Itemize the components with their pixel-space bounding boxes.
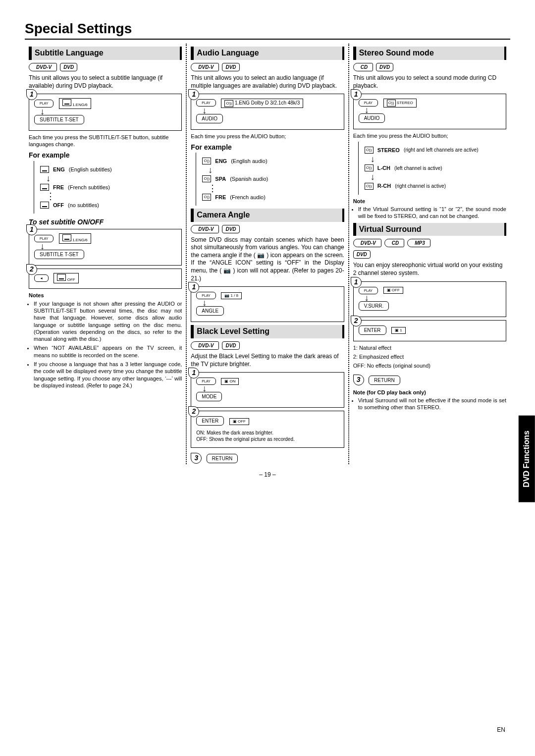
- modes-flow: O))STEREO(right and left channels are ac…: [358, 142, 506, 195]
- badge-cd: CD: [384, 239, 404, 247]
- example-spa: O))SPA(Spanish audio): [202, 175, 344, 182]
- example-eng: O))ENG(English audio): [202, 158, 344, 164]
- subtitle-button: SUBTITLE T-SET: [34, 250, 84, 259]
- arrow-down-icon: ↓: [365, 295, 501, 300]
- enter-button: ENTER: [359, 325, 386, 335]
- vs-text: You can enjoy stereophonic virtual world…: [353, 262, 506, 277]
- diagram-bl-2: 2 ENTER ▣ OFF ON: Makes the dark areas b…: [191, 411, 344, 448]
- return-button: RETURN: [207, 454, 238, 463]
- step-1-icon: 1: [351, 89, 362, 100]
- for-example-head: For example: [29, 151, 182, 160]
- step-1-icon: 1: [188, 89, 199, 100]
- subtitle-button: SUBTITLE T-SET: [34, 115, 84, 124]
- arrow-down-icon: ↓: [208, 167, 344, 172]
- audio-button: AUDIO: [359, 113, 385, 123]
- audio-icon: O)): [202, 158, 211, 164]
- intro-subtitle: This unit allows you to select a subtitl…: [29, 74, 182, 90]
- onoff-head: To set subtitle ON/OFF: [29, 217, 182, 226]
- arrow-down-icon: ↓: [202, 300, 338, 305]
- badge-dvdv: DVD-V: [191, 63, 219, 71]
- return-button: RETURN: [369, 376, 400, 385]
- arrow-down-icon: ⋮: [208, 186, 344, 191]
- audio-icon: O)): [365, 183, 374, 190]
- note-item: If the Virtual Surround setting is “1” o…: [358, 206, 506, 220]
- audio-icon: O)): [202, 194, 211, 201]
- stereo-note: If the Virtual Surround setting is “1” o…: [353, 206, 506, 220]
- badge-dvd: DVD: [222, 63, 239, 71]
- arrow-down-icon: ↓: [371, 174, 506, 179]
- caption-stereo: Each time you press the AUDIO button;: [353, 132, 506, 139]
- diagram-vs-1: 1 PLAY ▣ OFF ↓ V.SURR.: [353, 281, 506, 317]
- heading-subtitle-language: Subtitle Language: [29, 47, 182, 60]
- side-tab-dvd-functions: DVD Functions: [519, 416, 535, 499]
- badge-dvdv: DVD-V: [191, 225, 219, 233]
- badge-dvd: DVD: [376, 63, 393, 71]
- diagram-onoff-1: 1 PLAY 1.ENG/6 ↓ SUBTITLE T-SET: [29, 229, 182, 266]
- arrow-down-icon: ↓: [40, 244, 176, 249]
- diagram-angle-1: 1 PLAY 📷 1 / 8 ↓ ANGLE: [191, 286, 344, 322]
- badge-dvdv: DVD-V: [353, 239, 381, 247]
- badge-dvd: DVD: [222, 225, 239, 233]
- col-subtitle: Subtitle Language DVD-V DVD This unit al…: [25, 44, 186, 464]
- badge-dvd: DVD: [222, 341, 239, 350]
- note-item: When “NOT AVAILABLE” appears on the TV s…: [34, 344, 182, 359]
- mode-rch: O))R-CH(right channel is active): [365, 182, 506, 189]
- note-item: Virtual Surround will not be effective i…: [358, 397, 506, 411]
- arrow-down-icon: ⋮: [46, 194, 182, 199]
- page-number: – 19 –: [25, 471, 510, 479]
- badge-dvd: DVD: [353, 250, 371, 259]
- for-example-head: For example: [191, 143, 344, 152]
- note-item: If you choose a language that has a 3 le…: [34, 361, 182, 389]
- diagram-subtitle-1: 1 PLAY 1.ENG/6 ↓ SUBTITLE T-SET: [29, 94, 182, 130]
- arrow-down-icon: ↓: [46, 176, 182, 181]
- angle-button: ANGLE: [196, 306, 224, 316]
- osd-display: 📷 1 / 8: [221, 292, 242, 299]
- bl-on-text: ON: Makes the dark areas brighter.: [196, 430, 338, 436]
- step-1-icon: 1: [26, 224, 37, 235]
- arrow-down-icon: ↓: [202, 386, 338, 391]
- columns: Subtitle Language DVD-V DVD This unit al…: [25, 44, 510, 464]
- mode-lch: O))L-CH(left channel is active): [365, 164, 506, 171]
- osd-display: 1.ENG/6: [59, 98, 91, 108]
- arrow-down-icon: ↓: [202, 108, 338, 113]
- diagram-stereo-1: 1 PLAY O)) STEREO ↓ AUDIO: [353, 94, 506, 129]
- osd-display: O)) 1.ENG Dolby D 3/2.1ch 48k/3: [221, 99, 303, 108]
- arrow-down-icon: ↓: [365, 108, 501, 112]
- osd-display: 1.ENG/6: [59, 233, 91, 244]
- heading-black-level: Black Level Setting: [191, 325, 344, 338]
- arrow-down-icon: ↓: [371, 157, 506, 162]
- mode-stereo: O))STEREO(right and left channels are ac…: [365, 147, 506, 154]
- badge-dvd: DVD: [60, 63, 77, 71]
- effect-1: 1: Natural effect: [353, 344, 506, 351]
- heading-virtual-surround: Virtual Surround: [353, 223, 506, 236]
- example-flow-audio: O))ENG(English audio) ↓ O))SPA(Spanish a…: [196, 153, 344, 206]
- left-button: ◄: [34, 274, 49, 282]
- note-head: Note: [353, 198, 506, 205]
- page-title: Special Settings: [25, 20, 510, 40]
- badge-dvdv: DVD-V: [191, 341, 219, 350]
- step-2-icon: 2: [351, 316, 362, 326]
- cd-note: Virtual Surround will not be effective i…: [353, 397, 506, 411]
- osd-display: ▣ OFF: [229, 418, 249, 425]
- arrow-down-icon: ↓: [40, 109, 176, 114]
- col-stereo: Stereo Sound mode CD DVD This unit allow…: [348, 44, 510, 464]
- caption-audio: Each time you press the AUDIO button;: [191, 133, 344, 140]
- col-audio: Audio Language DVD-V DVD This unit allow…: [186, 44, 348, 464]
- heading-audio-language: Audio Language: [191, 47, 344, 60]
- notes-list: If your language is not shown after pres…: [29, 300, 182, 389]
- example-fre: O))FRE(French audio): [202, 194, 344, 201]
- audio-icon: O)): [365, 164, 374, 171]
- note-item: If your language is not shown after pres…: [34, 300, 182, 343]
- diagram-vs-2: 2 ENTER ▣ 1: [353, 320, 506, 341]
- subtitle-icon: [40, 202, 49, 209]
- effect-2: 2: Emphasized effect: [353, 353, 506, 360]
- diagram-audio-1: 1 PLAY O)) 1.ENG Dolby D 3/2.1ch 48k/3 ↓…: [191, 94, 344, 129]
- notes-head: Notes: [29, 292, 182, 299]
- step-1-icon: 1: [26, 89, 37, 100]
- osd-display: OFF: [54, 273, 78, 283]
- subtitle-icon: [40, 166, 49, 173]
- effect-off: OFF: No effects (original sound): [353, 362, 506, 369]
- example-fre: FRE(French subtitles): [40, 184, 182, 191]
- example-eng: ENG(English subtitles): [40, 166, 182, 173]
- audio-button: AUDIO: [196, 114, 223, 123]
